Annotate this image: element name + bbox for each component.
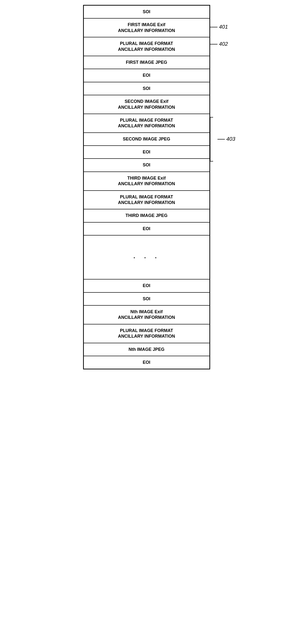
svg-text:402: 402 <box>219 41 228 47</box>
plural-2-text: PLURAL IMAGE FORMATANCILLARY INFORMATION <box>118 118 175 129</box>
cell-third-exif: THIRD IMAGE ExifANCILLARY INFORMATION <box>84 172 210 191</box>
cell-eoi-3: EOI <box>84 222 210 236</box>
cell-eoi-1: EOI <box>84 69 210 82</box>
cell-eoi-2: EOI <box>84 146 210 159</box>
second-exif-text: SECOND IMAGE ExifANCILLARY INFORMATION <box>118 99 175 110</box>
cell-plural-3: PLURAL IMAGE FORMATANCILLARY INFORMATION <box>84 191 210 210</box>
cell-first-exif: FIRST IMAGE ExifANCILLARY INFORMATION <box>84 18 210 38</box>
third-exif-text: THIRD IMAGE ExifANCILLARY INFORMATION <box>118 176 175 187</box>
cell-third-jpeg: THIRD IMAGE JPEG <box>84 209 210 222</box>
svg-text:401: 401 <box>219 24 228 30</box>
cell-nth-exif: Nth IMAGE ExifANCILLARY INFORMATION <box>84 306 210 324</box>
cell-plural-1: PLURAL IMAGE FORMATANCILLARY INFORMATION <box>84 38 210 56</box>
cell-first-jpeg: FIRST IMAGE JPEG <box>84 56 210 69</box>
svg-text:403: 403 <box>226 136 235 142</box>
cell-soi-1: SOI <box>84 6 210 18</box>
cell-nth-jpeg: Nth IMAGE JPEG <box>84 343 210 356</box>
cell-eoi-4: EOI <box>84 280 210 292</box>
cell-eoi-n: EOI <box>84 356 210 369</box>
cell-soi-2: SOI <box>84 82 210 95</box>
plural-3-text: PLURAL IMAGE FORMATANCILLARY INFORMATION <box>118 194 175 206</box>
cell-soi-3: SOI <box>84 159 210 172</box>
plural-n-text: PLURAL IMAGE FORMATANCILLARY INFORMATION <box>118 328 175 339</box>
cell-plural-2: PLURAL IMAGE FORMATANCILLARY INFORMATION <box>84 114 210 133</box>
cell-second-exif: SECOND IMAGE ExifANCILLARY INFORMATION <box>84 95 210 114</box>
cell-soi-n: SOI <box>84 293 210 306</box>
diagram-table: SOI FIRST IMAGE ExifANCILLARY INFORMATIO… <box>83 5 210 370</box>
cell-ellipsis: · · · <box>84 236 210 280</box>
nth-exif-text: Nth IMAGE ExifANCILLARY INFORMATION <box>118 309 175 320</box>
plural-1-text: PLURAL IMAGE FORMATANCILLARY INFORMATION <box>118 41 175 52</box>
cell-plural-n: PLURAL IMAGE FORMATANCILLARY INFORMATION <box>84 324 210 343</box>
first-exif-text: FIRST IMAGE ExifANCILLARY INFORMATION <box>118 22 175 34</box>
annotation-401: 401 402 403 <box>210 5 244 374</box>
cell-second-jpeg: SECOND IMAGE JPEG <box>84 133 210 146</box>
page-wrapper: SOI FIRST IMAGE ExifANCILLARY INFORMATIO… <box>83 5 210 370</box>
